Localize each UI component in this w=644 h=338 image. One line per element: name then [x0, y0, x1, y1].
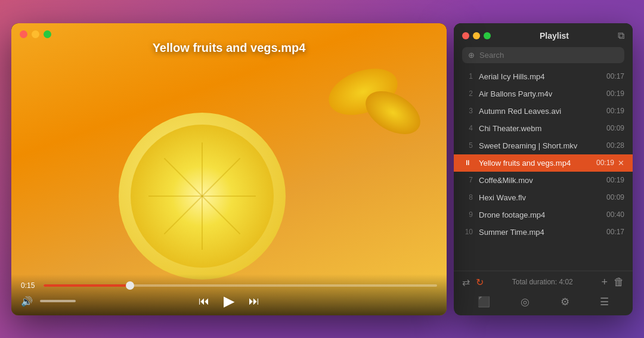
time-current: 0:15 — [21, 281, 38, 290]
item-name: Sweet Dreaming | Short.mkv — [479, 141, 602, 150]
delete-button[interactable]: 🗑 — [614, 276, 624, 289]
search-icon: ⊕ — [468, 51, 475, 60]
playlist-item[interactable]: 3 Autumn Red Leaves.avi 00:19 — [454, 103, 633, 120]
close-button[interactable] — [20, 30, 27, 38]
controls-row: 🔊 ⏮ ▶ ⏭ — [21, 296, 437, 307]
shuffle-icon[interactable]: ⇄ — [462, 277, 470, 288]
window-controls — [20, 30, 51, 38]
menu-icon[interactable]: ☰ — [595, 293, 614, 311]
progress-bar-container: 0:15 — [21, 281, 437, 290]
playlist-view-icon[interactable]: ⧉ — [618, 30, 624, 41]
playlist-item[interactable]: 4 Chi Theater.webm 00:09 — [454, 120, 633, 137]
volume-icon[interactable]: 🔊 — [21, 296, 33, 307]
center-controls: ⏮ ▶ ⏭ — [199, 293, 259, 309]
prev-button[interactable]: ⏮ — [199, 295, 209, 308]
main-container: Yellow fruits and vegs.mp4 0:15 🔊 ⏮ ▶ ⏭ — [11, 23, 633, 315]
item-duration: 00:28 — [606, 141, 624, 150]
total-duration: Total duration: 4:02 — [490, 278, 595, 286]
lemon-segment — [164, 157, 203, 196]
lemon-segment — [202, 196, 240, 234]
minimize-button[interactable] — [32, 30, 39, 38]
video-player: Yellow fruits and vegs.mp4 0:15 🔊 ⏮ ▶ ⏭ — [11, 23, 447, 315]
item-duration: 00:17 — [606, 72, 624, 80]
footer-bottom: ⬛ ◎ ⚙ ☰ — [462, 293, 624, 311]
playlist-title: Playlist — [491, 31, 618, 41]
item-number: 4 — [462, 124, 473, 132]
add-button[interactable]: + — [601, 276, 608, 289]
item-duration: 00:40 — [606, 210, 624, 219]
play-button[interactable]: ▶ — [224, 293, 234, 309]
playlist-items: 1 Aerial Icy Hills.mp4 00:17 2 Air Ballo… — [454, 68, 633, 271]
playlist-minimize-button[interactable] — [473, 32, 480, 39]
pause-icon: ⏸ — [462, 159, 473, 167]
item-number: 1 — [462, 72, 473, 80]
item-duration: 00:19 — [606, 107, 624, 115]
repeat-icon[interactable]: ↻ — [476, 277, 484, 288]
item-duration: 00:19 — [606, 89, 624, 98]
playlist-header: Playlist ⧉ ⊕ — [454, 23, 633, 68]
item-name: Aerial Icy Hills.mp4 — [479, 72, 602, 81]
progress-thumb — [126, 281, 134, 290]
screen-icon[interactable]: ⬛ — [473, 293, 495, 311]
airplay-icon[interactable]: ◎ — [516, 293, 534, 311]
playlist-item[interactable]: 5 Sweet Dreaming | Short.mkv 00:28 — [454, 137, 633, 154]
item-number: 9 — [462, 210, 473, 219]
item-duration: 00:19 — [606, 176, 624, 184]
playlist-item[interactable]: 1 Aerial Icy Hills.mp4 00:17 — [454, 68, 633, 85]
playlist-item[interactable]: ⏸ Yellow fruits and vegs.mp4 00:19 ✕ — [454, 154, 633, 172]
playlist-item[interactable]: 7 Coffe&Milk.mov 00:19 — [454, 172, 633, 189]
controls-overlay: 0:15 🔊 ⏮ ▶ ⏭ — [11, 274, 447, 315]
item-number: 5 — [462, 141, 473, 150]
playlist-maximize-button[interactable] — [484, 32, 491, 39]
next-button[interactable]: ⏭ — [249, 295, 259, 308]
lemon-segment — [148, 196, 202, 197]
item-duration: 00:09 — [606, 193, 624, 201]
item-name: Coffe&Milk.mov — [479, 176, 602, 185]
item-name: Air Ballons Party.m4v — [479, 89, 602, 98]
lemon-segment — [202, 196, 203, 250]
volume-slider[interactable] — [40, 300, 76, 302]
video-background — [11, 23, 447, 315]
lemon-segment — [202, 196, 256, 197]
playlist-item[interactable]: 9 Drone footage.mp4 00:40 — [454, 206, 633, 224]
item-duration: 00:09 — [606, 124, 624, 132]
playlist-item[interactable]: 10 Summer Time.mp4 00:17 — [454, 224, 633, 241]
playlist-item[interactable]: 8 Hexi Wave.flv 00:09 — [454, 189, 633, 206]
playlist-window-controls — [462, 32, 491, 39]
item-number: 2 — [462, 89, 473, 98]
item-name: Chi Theater.webm — [479, 124, 602, 133]
lemon-segment — [202, 157, 240, 196]
item-name: Summer Time.mp4 — [479, 228, 602, 237]
lemon-decoration-1 — [119, 113, 286, 280]
playlist-titlebar: Playlist ⧉ — [462, 30, 624, 41]
lemon-segment — [164, 196, 203, 234]
item-number: 7 — [462, 176, 473, 184]
item-name: Hexi Wave.flv — [479, 193, 602, 202]
progress-track[interactable] — [44, 284, 437, 287]
maximize-button[interactable] — [44, 30, 51, 38]
item-remove-button[interactable]: ✕ — [618, 159, 624, 168]
search-input[interactable] — [479, 51, 618, 60]
playlist-item[interactable]: 2 Air Ballons Party.m4v 00:19 — [454, 85, 633, 103]
item-name: Drone footage.mp4 — [479, 210, 602, 219]
lemon-segment — [202, 142, 203, 196]
footer-top: ⇄ ↻ Total duration: 4:02 + 🗑 — [462, 276, 624, 289]
item-name: Yellow fruits and vegs.mp4 — [479, 159, 592, 168]
playlist-panel: Playlist ⧉ ⊕ 1 Aerial Icy Hills.mp4 00:1… — [454, 23, 633, 315]
item-number: 8 — [462, 193, 473, 201]
progress-fill — [44, 284, 130, 287]
item-duration: 00:19 — [596, 159, 614, 167]
playlist-close-button[interactable] — [462, 32, 469, 39]
playlist-footer: ⇄ ↻ Total duration: 4:02 + 🗑 ⬛ ◎ ⚙ ☰ — [454, 271, 633, 315]
item-duration: 00:17 — [606, 228, 624, 236]
settings-icon[interactable]: ⚙ — [556, 293, 574, 311]
video-title: Yellow fruits and vegs.mp4 — [153, 41, 306, 55]
search-box[interactable]: ⊕ — [462, 47, 624, 63]
item-number: 10 — [462, 228, 473, 236]
item-name: Autumn Red Leaves.avi — [479, 107, 602, 116]
item-number: 3 — [462, 107, 473, 115]
lemon-inner — [131, 125, 274, 268]
